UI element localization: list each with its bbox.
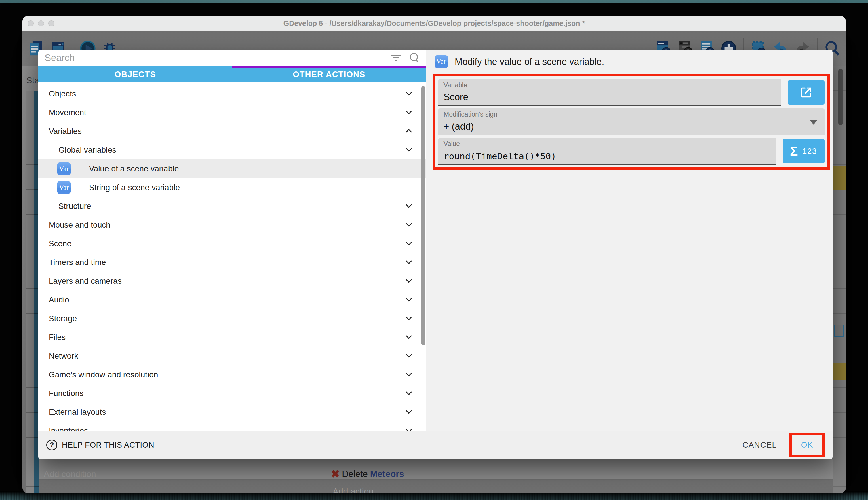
chevron-down-icon[interactable] [406,371,412,376]
action-category-list: Objects Movement Variables Global variab… [38,84,426,431]
window-title: GDevelop 5 - /Users/dkarakay/Documents/G… [22,19,846,28]
chevron-down-icon[interactable] [406,146,412,152]
help-icon: ? [46,440,57,451]
variable-icon: Var [57,162,71,175]
delete-action-row[interactable]: ✖ Delete Meteors [331,468,404,480]
chevron-down-icon[interactable] [406,352,412,358]
search-input[interactable] [45,53,382,64]
highlighted-event-row [833,363,846,380]
value-field-value[interactable]: round(TimeDelta()*50) [444,151,771,162]
chevron-down-icon[interactable] [406,108,412,114]
highlighted-event-row [833,166,846,190]
value-field[interactable]: Value round(TimeDelta()*50) [438,138,776,165]
instruction-editor-dialog: OBJECTS OTHER ACTIONS Objects Movement V… [38,49,833,459]
chevron-down-icon[interactable] [406,277,412,283]
chevron-down-icon[interactable] [406,427,412,431]
action-header: Var Modify the value of a scene variable… [435,55,604,68]
list-item-value-of-scene-variable[interactable]: Var Value of a scene variable [38,159,426,178]
open-in-new-icon [799,86,813,99]
modification-sign-field[interactable]: Modification's sign + (add) [438,108,824,135]
chevron-down-icon[interactable] [406,333,412,339]
add-action-link[interactable]: Add action [333,487,374,493]
expression-editor-button[interactable]: Σ 123 [783,139,824,163]
annotation-red-box: Variable Score Modification's sign + (ad… [433,74,830,170]
condition-action-divider [326,459,326,493]
chevron-down-icon[interactable] [406,202,412,208]
sigma-123-icon: Σ [790,145,798,158]
action-title: Modify the value of a scene variable. [455,56,604,67]
list-item-scene[interactable]: Scene [38,234,426,253]
search-icon[interactable] [410,53,420,63]
value-field-row: Value round(TimeDelta()*50) Σ 123 [438,138,824,165]
variable-icon: Var [57,181,71,194]
variable-field-value[interactable]: Score [444,92,776,104]
search-bar [38,49,426,66]
cancel-button[interactable]: CANCEL [742,440,777,450]
list-item-files[interactable]: Files [38,328,426,346]
delete-action-label: Delete [342,469,368,479]
list-item-functions[interactable]: Functions [38,384,426,403]
instruction-chooser-panel: OBJECTS OTHER ACTIONS Objects Movement V… [38,49,426,431]
event-sheet-margin-column [26,91,34,493]
list-item-timers-and-time[interactable]: Timers and time [38,253,426,272]
chevron-down-icon[interactable] [406,239,412,246]
list-item-layers-and-cameras[interactable]: Layers and cameras [38,272,426,290]
variable-field-row: Variable Score [438,79,824,106]
list-item-objects[interactable]: Objects [38,84,426,103]
desktop-edge-top [0,0,868,3]
delete-action-object: Meteors [370,469,404,479]
scene-tab-label: Sta [26,76,39,85]
chevron-down-icon[interactable] [406,90,412,95]
list-item-external-layouts[interactable]: External layouts [38,403,426,421]
list-item-storage[interactable]: Storage [38,309,426,328]
action-parameters-panel: Var Modify the value of a scene variable… [426,49,833,431]
chevron-down-icon[interactable] [406,220,412,227]
sign-field-label: Modification's sign [444,111,819,118]
sign-field-row: Modification's sign + (add) [438,108,824,135]
variable-icon: Var [435,55,448,68]
list-item-string-of-scene-variable[interactable]: Var String of a scene variable [38,178,426,197]
tab-bar: OBJECTS OTHER ACTIONS [38,66,426,82]
list-item-inventories[interactable]: Inventories [38,421,426,431]
chevron-up-icon[interactable] [406,129,412,135]
filter-icon[interactable] [391,54,401,62]
active-tab-indicator [232,66,426,68]
titlebar: GDevelop 5 - /Users/dkarakay/Documents/G… [22,16,846,31]
chevron-down-icon[interactable] [406,314,412,320]
list-item-variables[interactable]: Variables [38,122,426,140]
delete-icon: ✖ [331,468,340,480]
sign-field-value[interactable]: + (add) [444,121,819,133]
tab-objects[interactable]: OBJECTS [38,66,232,82]
list-item-global-variables[interactable]: Global variables [38,140,426,159]
list-item-audio[interactable]: Audio [38,290,426,309]
event-field-outline [834,325,844,337]
dropdown-arrow-icon[interactable] [810,121,817,128]
value-field-label: Value [444,140,771,148]
list-item-mouse-and-touch[interactable]: Mouse and touch [38,215,426,234]
list-item-structure[interactable]: Structure [38,197,426,215]
event-sheet-selection-column [34,91,38,493]
chevron-down-icon[interactable] [406,408,412,414]
chevron-down-icon[interactable] [406,296,412,302]
ok-button[interactable]: OK [801,440,813,450]
event-sheet-right-edge [833,66,846,493]
list-scrollbar[interactable] [421,86,425,345]
add-condition-link[interactable]: Add condition [44,469,96,479]
list-item-network[interactable]: Network [38,346,426,365]
event-row [38,459,833,479]
list-item-games-window[interactable]: Game's window and resolution [38,365,426,384]
help-for-this-action-button[interactable]: ? HELP FOR THIS ACTION [46,440,154,451]
event-sheet-scrollbar[interactable] [838,69,843,125]
tab-other-actions[interactable]: OTHER ACTIONS [232,66,426,82]
variable-field-label: Variable [444,81,776,89]
chevron-down-icon[interactable] [406,258,412,264]
variable-field[interactable]: Variable Score [438,79,782,106]
open-variable-editor-button[interactable] [788,80,824,104]
list-item-movement[interactable]: Movement [38,103,426,122]
annotation-red-box-ok: OK [789,433,824,457]
dialog-footer: ? HELP FOR THIS ACTION CANCEL OK [38,431,833,459]
chevron-down-icon[interactable] [406,389,412,395]
